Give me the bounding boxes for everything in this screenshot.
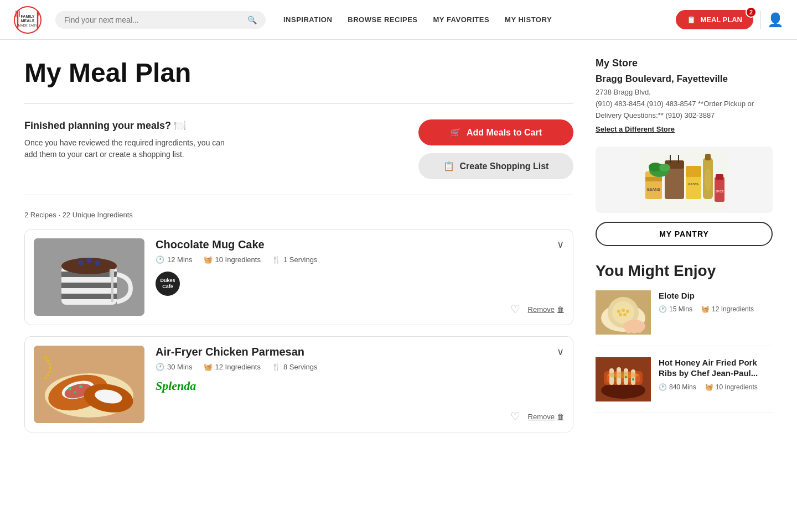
add-cart-label: Add Meals to Cart (467, 128, 542, 138)
store-address: 2738 Bragg Blvd. (910) 483-8454 (910) 48… (596, 87, 773, 121)
add-meals-to-cart-button[interactable]: 🛒 Add Meals to Cart (418, 119, 573, 145)
recipe-meta-chicken-parmesan: 🕐 30 Mins 🧺 12 Ingredients 🍴 8 Servings (156, 363, 564, 371)
action-buttons: 🛒 Add Meals to Cart 📋 Create Shopping Li… (418, 119, 573, 179)
ribs-time: 🕐 840 Mins (659, 383, 696, 391)
pantry-image-area: BEANS PASTA S (596, 147, 773, 213)
remove-label-chocolate: Remove (528, 305, 555, 314)
svg-rect-60 (626, 324, 632, 333)
svg-rect-12 (61, 294, 117, 299)
right-sidebar: My Store Bragg Boulevard, Fayetteville 2… (596, 40, 773, 444)
svg-point-27 (74, 391, 76, 393)
basket-icon: 🧺 (204, 255, 213, 264)
meal-plan-button[interactable]: 📋 MEAL PLAN 2 (676, 10, 753, 29)
my-store-section: My Store Bragg Boulevard, Fayetteville 2… (596, 58, 773, 133)
meal-plan-label: MEAL PLAN (700, 15, 742, 24)
select-store-link[interactable]: Select a Different Store (596, 125, 675, 133)
suggestion-card-elote-dip[interactable]: Elote Dip 🕐 15 Mins 🧺 12 Ingredients (596, 290, 773, 346)
left-content: My Meal Plan Finished planning your meal… (24, 40, 573, 444)
svg-point-74 (632, 378, 634, 380)
favorite-heart-chocolate[interactable]: ♡ (510, 302, 520, 316)
svg-point-58 (623, 313, 627, 316)
svg-rect-42 (705, 154, 711, 160)
recipe-title-chocolate-mug-cake: Chocolate Mug Cake (156, 238, 564, 251)
meal-action-section: Finished planning your meals? 🍽️ Once yo… (24, 119, 573, 179)
recipe-actions-chocolate: ♡ Remove 🗑 (510, 302, 564, 316)
suggestion-title-ribs: Hot Honey Air Fried Pork Ribs by Chef Je… (659, 357, 773, 379)
svg-text:PASTA: PASTA (689, 182, 699, 186)
chicken-svg (34, 346, 144, 423)
suggestion-card-pork-ribs[interactable]: Hot Honey Air Fried Pork Ribs by Chef Je… (596, 357, 773, 413)
svg-point-72 (614, 377, 616, 379)
svg-point-56 (626, 310, 629, 313)
ribs-ingredients: 🧺 10 Ingredients (705, 383, 758, 391)
recipe-servings-chicken: 🍴 8 Servings (272, 363, 317, 371)
recipe-ingredients-chicken: 🧺 12 Ingredients (204, 363, 261, 371)
recipe-ingredients-chocolate: 🧺 10 Ingredients (204, 255, 261, 264)
nav-inspiration[interactable]: INSPIRATION (283, 15, 332, 24)
svg-point-15 (86, 258, 92, 263)
suggestion-info-elote: Elote Dip 🕐 15 Mins 🧺 12 Ingredients (659, 290, 773, 335)
remove-button-chicken[interactable]: Remove 🗑 (528, 413, 564, 421)
dukes-badge: Dukes Cafe (156, 272, 180, 296)
nav-browse[interactable]: BROWSE RECIPES (348, 15, 417, 24)
suggestion-meta-ribs: 🕐 840 Mins 🧺 10 Ingredients (659, 383, 773, 391)
svg-rect-48 (716, 174, 723, 180)
recipe-expand-chicken[interactable]: ∨ (557, 346, 564, 358)
fork-icon-chicken: 🍴 (272, 363, 281, 371)
svg-text:SPICE: SPICE (715, 190, 724, 193)
recipe-title-chicken-parmesan: Air-Fryer Chicken Parmesan (156, 346, 564, 358)
svg-text:MADE EASY: MADE EASY (18, 24, 37, 27)
svg-rect-11 (61, 283, 117, 288)
recipe-info-chicken-parmesan: Air-Fryer Chicken Parmesan 🕐 30 Mins 🧺 1… (156, 346, 564, 393)
user-icon[interactable]: 👤 (767, 12, 784, 28)
you-might-enjoy-title: You Might Enjoy (596, 262, 773, 280)
recipe-image-chocolate-mug-cake (34, 238, 144, 316)
trash-icon-chocolate: 🗑 (557, 305, 564, 314)
recipe-expand-chocolate[interactable]: ∨ (557, 238, 564, 251)
svg-point-46 (659, 164, 670, 171)
my-store-title: My Store (596, 58, 773, 69)
basket-icon-elote: 🧺 (701, 305, 710, 313)
svg-point-71 (608, 372, 639, 378)
svg-rect-32 (645, 177, 662, 181)
svg-point-55 (622, 309, 625, 312)
brand-logo-splenda: Splenda (156, 379, 564, 393)
recipe-servings-chocolate: 🍴 1 Servings (272, 255, 317, 264)
recipe-summary: 2 Recipes · 22 Unique Ingredients (24, 211, 573, 219)
svg-point-57 (619, 313, 622, 316)
recipe-actions-chicken: ♡ Remove 🗑 (510, 410, 564, 423)
recipe-image-chicken-parmesan (34, 346, 144, 423)
trash-icon-chicken: 🗑 (557, 413, 564, 421)
remove-button-chocolate[interactable]: Remove 🗑 (528, 305, 564, 314)
recipe-meta-chocolate-mug-cake: 🕐 12 Mins 🧺 10 Ingredients 🍴 1 Servings (156, 255, 564, 264)
recipe-time-chocolate: 🕐 12 Mins (156, 255, 193, 264)
brand-logo-dukes: Dukes Cafe (156, 272, 564, 296)
svg-rect-61 (632, 322, 637, 333)
my-pantry-button[interactable]: MY PANTRY (596, 222, 773, 246)
divider-top (24, 103, 573, 104)
create-shopping-list-button[interactable]: 📋 Create Shopping List (418, 153, 573, 179)
finished-description: Once you have reviewed the required ingr… (24, 137, 235, 160)
cart-icon: 🛒 (450, 127, 461, 138)
svg-text:BEANS: BEANS (647, 187, 660, 191)
finished-heading: Finished planning your meals? 🍽️ (24, 119, 235, 132)
nav-history[interactable]: MY HISTORY (505, 15, 552, 24)
clock-icon-ribs: 🕐 (659, 383, 667, 391)
search-input[interactable] (64, 15, 243, 24)
main-nav: INSPIRATION BROWSE RECIPES MY FAVORITES … (283, 15, 552, 24)
nav-favorites[interactable]: MY FAVORITES (433, 15, 490, 24)
mug-cake-svg (34, 238, 144, 316)
svg-point-25 (68, 387, 71, 390)
search-bar[interactable]: 🔍 (55, 11, 266, 29)
svg-text:MEALS: MEALS (21, 19, 35, 23)
recipe-time-chicken: 🕐 30 Mins (156, 363, 193, 371)
svg-point-26 (79, 385, 82, 388)
grocery-illustration: BEANS PASTA S (640, 149, 728, 210)
svg-rect-39 (686, 166, 701, 177)
header: FAMILY MEALS MADE EASY 🔍 INSPIRATION BRO… (0, 0, 797, 40)
store-phone: (910) 483-8454 (910) 483-8547 **Order Pi… (596, 98, 773, 122)
suggestion-info-ribs: Hot Honey Air Fried Pork Ribs by Chef Je… (659, 357, 773, 401)
favorite-heart-chicken[interactable]: ♡ (510, 410, 520, 423)
suggestion-title-elote: Elote Dip (659, 290, 773, 301)
logo[interactable]: FAMILY MEALS MADE EASY (13, 6, 42, 34)
